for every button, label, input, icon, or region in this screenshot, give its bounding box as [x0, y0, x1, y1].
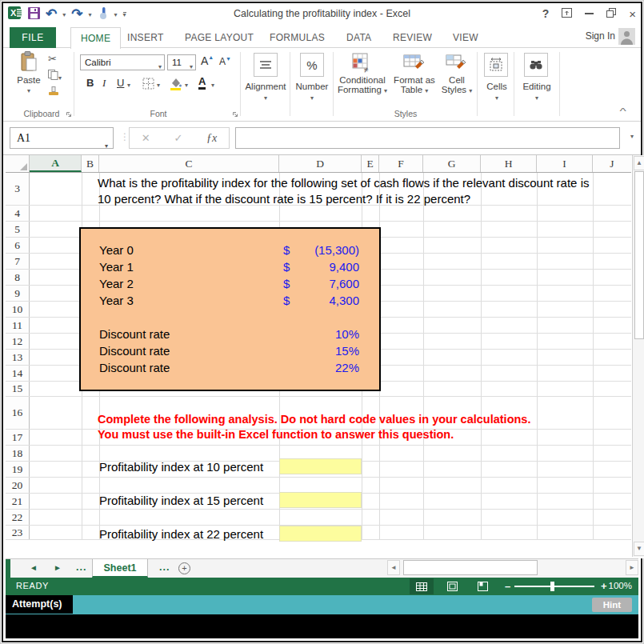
enter-icon[interactable]: ✓ [174, 132, 182, 144]
row-4[interactable] [30, 206, 631, 221]
row-header-16[interactable]: 16 [6, 397, 30, 429]
tab-page-layout[interactable]: PAGE LAYOUT [185, 27, 254, 49]
row-header-4[interactable]: 4 [6, 206, 30, 221]
column-header-i[interactable]: I [537, 155, 593, 172]
font-dialog-launcher-icon[interactable] [232, 110, 238, 119]
alignment-icon[interactable] [254, 53, 278, 77]
row-header-17[interactable]: 17 [6, 430, 30, 445]
page-break-view-icon[interactable] [470, 578, 494, 594]
format-painter-icon[interactable] [48, 86, 59, 98]
column-header-b[interactable]: B [82, 155, 99, 172]
insert-function-icon[interactable]: ƒx [206, 132, 217, 145]
sheet-ellipsis-right[interactable]: ... [159, 562, 170, 573]
row-header-8[interactable]: 8 [6, 270, 30, 285]
paste-button[interactable]: Paste ▾ [13, 51, 45, 104]
zoom-level[interactable]: 100% [609, 581, 632, 590]
font-color-icon[interactable]: A [198, 76, 206, 90]
minimize-icon[interactable] [585, 13, 594, 14]
cells-group[interactable]: Cells ▾ [480, 48, 514, 122]
tab-view[interactable]: VIEW [453, 27, 478, 49]
column-header-c[interactable]: C [99, 155, 279, 172]
close-icon[interactable]: × [629, 7, 636, 21]
answer-cell-22-percent[interactable] [279, 526, 362, 542]
tab-data[interactable]: DATA [346, 27, 371, 49]
row-20[interactable] [30, 478, 631, 493]
prev-sheet-icon[interactable]: ◄ [30, 563, 38, 572]
expand-formula-bar-icon[interactable]: ▾ [630, 133, 634, 140]
horizontal-scroll-thumb[interactable] [403, 560, 538, 575]
column-header-e[interactable]: E [362, 155, 379, 172]
select-all-corner[interactable] [6, 155, 30, 172]
answer-cell-15-percent[interactable] [279, 492, 362, 508]
tab-home[interactable]: HOME [70, 27, 121, 49]
borders-caret-icon[interactable]: ▾ [157, 82, 160, 89]
cells-icon[interactable] [484, 53, 508, 77]
row-header-7[interactable]: 7 [6, 254, 30, 269]
zoom-slider-handle[interactable] [550, 582, 554, 591]
answer-cell-10-percent[interactable] [279, 458, 362, 474]
tab-review[interactable]: REVIEW [393, 27, 432, 49]
italic-button[interactable]: I [102, 77, 106, 90]
sign-in-link[interactable]: Sign In [586, 30, 615, 42]
bold-button[interactable]: B [86, 77, 94, 89]
ribbon-display-options-icon[interactable] [562, 6, 572, 21]
next-sheet-icon[interactable]: ► [54, 563, 62, 572]
column-header-a[interactable]: A [30, 155, 82, 172]
row-header-20[interactable]: 20 [6, 478, 30, 493]
name-box[interactable]: A1▾ [10, 127, 114, 149]
conditional-formatting-button[interactable]: ≠ Conditional Formatting ▾ [336, 53, 389, 94]
editing-icon[interactable] [524, 53, 548, 77]
row-header-13[interactable]: 13 [6, 350, 30, 365]
format-as-table-button[interactable]: Format as Table ▾ [392, 53, 437, 94]
avatar[interactable] [618, 28, 635, 45]
row-header-15[interactable]: 15 [6, 382, 30, 396]
font-name-combo[interactable]: Calibri▾ [80, 54, 165, 70]
row-header-23[interactable]: 23 [6, 526, 30, 539]
underline-caret-icon[interactable]: ▾ [127, 82, 130, 89]
cell-styles-button[interactable]: Cell Styles ▾ [438, 53, 475, 94]
row-header-22[interactable]: 22 [6, 510, 30, 525]
cancel-icon[interactable]: ✕ [142, 132, 150, 144]
page-layout-view-icon[interactable] [440, 578, 464, 594]
clipboard-dialog-launcher-icon[interactable] [66, 110, 72, 119]
tab-insert[interactable]: INSERT [127, 27, 164, 49]
alignment-group[interactable]: Alignment ▾ [243, 48, 288, 122]
scroll-down-icon[interactable]: ▼ [634, 542, 644, 556]
underline-button[interactable]: U [117, 77, 124, 89]
column-header-f[interactable]: F [379, 155, 423, 172]
row-header-21[interactable]: 21 [6, 494, 30, 509]
percent-icon[interactable]: % [300, 53, 324, 77]
editing-group[interactable]: Editing ▾ [517, 48, 557, 122]
zoom-slider-track[interactable] [514, 586, 594, 587]
fill-color-caret-icon[interactable]: ▾ [185, 82, 188, 89]
column-header-h[interactable]: H [481, 155, 537, 172]
row-header-11[interactable]: 11 [6, 318, 30, 333]
row-header-3[interactable]: 3 [6, 173, 30, 205]
help-icon[interactable]: ? [542, 7, 550, 20]
fill-color-icon[interactable] [170, 78, 182, 92]
vertical-scrollbar[interactable]: ▲ ▼ [632, 155, 644, 557]
column-header-d[interactable]: D [279, 155, 362, 172]
scroll-right-icon[interactable]: ► [626, 560, 638, 575]
vertical-scroll-thumb[interactable] [634, 171, 644, 339]
column-header-g[interactable]: G [423, 155, 481, 172]
row-header-12[interactable]: 12 [6, 334, 30, 349]
row-header-5[interactable]: 5 [6, 222, 30, 237]
row-header-10[interactable]: 10 [6, 302, 30, 317]
collapse-ribbon-icon[interactable]: ^ [619, 106, 626, 116]
grow-font-icon[interactable]: A▲ [201, 54, 214, 67]
tab-file[interactable]: FILE [10, 27, 56, 48]
copy-icon[interactable]: ▾ [48, 70, 62, 82]
row-header-6[interactable]: 6 [6, 238, 30, 253]
formula-input[interactable] [235, 127, 620, 149]
name-box-caret-icon[interactable]: ▾ [105, 136, 108, 156]
horizontal-scrollbar[interactable]: ◄ ► [387, 560, 638, 575]
scroll-left-icon[interactable]: ◄ [387, 560, 400, 575]
number-group[interactable]: % Number ▾ [291, 48, 333, 122]
sheet-ellipsis-left[interactable]: ... [76, 562, 86, 573]
restore-icon[interactable] [606, 6, 616, 21]
tab-formulas[interactable]: FORMULAS [270, 27, 325, 49]
row-header-9[interactable]: 9 [6, 286, 30, 301]
cut-icon[interactable]: ✂ [48, 53, 57, 65]
font-color-caret-icon[interactable]: ▾ [211, 82, 214, 89]
